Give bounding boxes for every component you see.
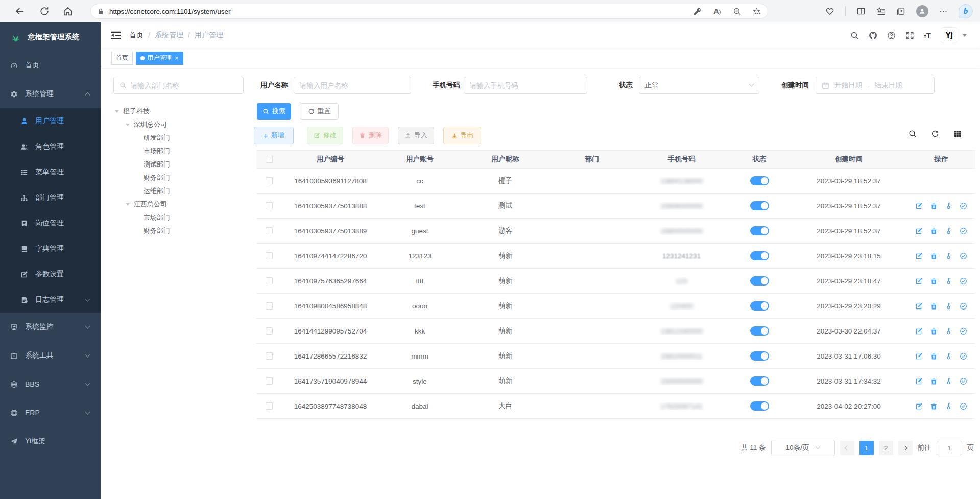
address-bar[interactable]: https://ccnetcore.com:1101/system/user A…: [90, 4, 768, 19]
sidebar-item[interactable]: BBS: [0, 370, 101, 398]
sidebar-item[interactable]: 系统工具: [0, 341, 101, 370]
phone-input[interactable]: [464, 77, 587, 94]
tree-node[interactable]: 财务部门: [113, 171, 244, 184]
user-avatar[interactable]: Yj: [941, 27, 957, 43]
edit-row-icon[interactable]: [915, 252, 923, 260]
url-text[interactable]: https://ccnetcore.com:1101/system/user: [109, 8, 693, 15]
delete-row-icon[interactable]: [930, 327, 938, 335]
row-checkbox[interactable]: [266, 227, 273, 234]
delete-row-icon[interactable]: [930, 227, 938, 235]
dept-search-input[interactable]: [113, 77, 244, 94]
tree-node[interactable]: 研发部门: [113, 131, 244, 145]
password-key-icon[interactable]: [693, 7, 702, 16]
sidebar-item[interactable]: 日志管理: [0, 287, 101, 313]
phone-field[interactable]: [470, 82, 581, 89]
status-toggle[interactable]: [750, 276, 769, 286]
help-icon[interactable]: [887, 31, 896, 40]
github-icon[interactable]: [869, 31, 877, 40]
tree-node[interactable]: 财务部门: [113, 224, 244, 237]
edit-row-icon[interactable]: [915, 227, 923, 235]
status-toggle[interactable]: [750, 251, 769, 260]
header-search-icon[interactable]: [850, 31, 859, 40]
assign-role-check-icon[interactable]: [960, 302, 967, 310]
reset-password-key-icon[interactable]: [945, 252, 952, 260]
sidebar-item[interactable]: 岗位管理: [0, 210, 101, 236]
row-checkbox[interactable]: [266, 402, 273, 410]
date-end-placeholder[interactable]: 结束日期: [875, 81, 902, 90]
assign-role-check-icon[interactable]: [960, 352, 967, 360]
edit-row-icon[interactable]: [915, 352, 923, 360]
date-range-picker[interactable]: 开始日期 - 结束日期: [816, 77, 935, 94]
status-toggle[interactable]: [750, 401, 769, 411]
reset-password-key-icon[interactable]: [945, 277, 952, 285]
tree-node[interactable]: 江西总公司: [113, 198, 244, 211]
tab-user-management[interactable]: 用户管理 ×: [136, 52, 183, 65]
split-screen-icon[interactable]: [856, 7, 866, 16]
tree-node[interactable]: 运维部门: [113, 184, 244, 198]
lock-icon[interactable]: [97, 8, 104, 15]
edit-row-icon[interactable]: [915, 302, 923, 310]
edit-row-icon[interactable]: [915, 327, 923, 335]
sidebar-item[interactable]: 系统监控: [0, 313, 101, 341]
reset-password-key-icon[interactable]: [945, 402, 952, 410]
edit-row-icon[interactable]: [915, 377, 923, 385]
tree-caret-icon[interactable]: [126, 203, 130, 206]
reset-password-key-icon[interactable]: [945, 227, 952, 235]
dept-search-field[interactable]: [131, 82, 237, 89]
favorites-bar-icon[interactable]: [876, 7, 886, 16]
status-toggle[interactable]: [750, 301, 769, 311]
reset-password-key-icon[interactable]: [945, 202, 952, 210]
zoom-out-icon[interactable]: [733, 7, 742, 16]
avatar-caret-icon[interactable]: [963, 34, 967, 37]
tab-close-icon[interactable]: ×: [175, 55, 179, 61]
page-2-button[interactable]: 2: [879, 441, 893, 455]
assign-role-check-icon[interactable]: [960, 327, 967, 335]
delete-row-icon[interactable]: [930, 202, 938, 210]
next-page-button[interactable]: [898, 441, 913, 455]
browser-back-icon[interactable]: [14, 6, 26, 17]
row-checkbox[interactable]: [266, 177, 273, 184]
delete-row-icon[interactable]: [930, 277, 938, 285]
assign-role-check-icon[interactable]: [960, 252, 967, 260]
status-toggle[interactable]: [750, 201, 769, 210]
font-size-icon[interactable]: тT: [924, 31, 931, 40]
edit-row-icon[interactable]: [915, 202, 923, 210]
sidebar-collapse-icon[interactable]: [111, 31, 121, 40]
assign-role-check-icon[interactable]: [960, 377, 967, 385]
tree-node[interactable]: 橙子科技: [113, 105, 244, 118]
assign-role-check-icon[interactable]: [960, 402, 967, 410]
tab-home[interactable]: 首页: [111, 52, 133, 65]
breadcrumb-home[interactable]: 首页: [129, 31, 144, 40]
delete-row-icon[interactable]: [930, 402, 938, 410]
modify-button[interactable]: 修改: [307, 127, 343, 144]
tree-node[interactable]: 市场部门: [113, 145, 244, 158]
sidebar-item[interactable]: 参数设置: [0, 262, 101, 287]
assign-role-check-icon[interactable]: [960, 227, 967, 235]
row-checkbox[interactable]: [266, 277, 273, 284]
show-search-icon[interactable]: [909, 130, 917, 138]
browser-refresh-icon[interactable]: [39, 6, 50, 17]
page-size-select[interactable]: 10条/页: [771, 440, 835, 456]
row-checkbox[interactable]: [266, 302, 273, 310]
sidebar-item[interactable]: Yi框架: [0, 427, 101, 456]
sidebar-item[interactable]: 系统管理: [0, 80, 101, 108]
select-all-checkbox[interactable]: [266, 156, 273, 163]
sidebar-item[interactable]: ERP: [0, 398, 101, 427]
sidebar-item[interactable]: 首页: [0, 51, 101, 80]
username-input[interactable]: [294, 77, 411, 94]
tree-caret-icon[interactable]: [126, 124, 130, 126]
delete-row-icon[interactable]: [930, 352, 938, 360]
sidebar-item[interactable]: 菜单管理: [0, 159, 101, 185]
add-button[interactable]: + 新增: [254, 127, 294, 144]
row-checkbox[interactable]: [266, 352, 273, 360]
favorite-add-icon[interactable]: [753, 7, 761, 16]
search-button[interactable]: 搜索: [257, 103, 291, 120]
page-1-button[interactable]: 1: [859, 441, 874, 455]
tree-caret-icon[interactable]: [115, 110, 119, 113]
row-checkbox[interactable]: [266, 202, 273, 209]
row-checkbox[interactable]: [266, 377, 273, 385]
tree-node[interactable]: 深圳总公司: [113, 118, 244, 131]
row-checkbox[interactable]: [266, 327, 273, 335]
delete-row-icon[interactable]: [930, 252, 938, 260]
status-toggle[interactable]: [750, 176, 769, 185]
